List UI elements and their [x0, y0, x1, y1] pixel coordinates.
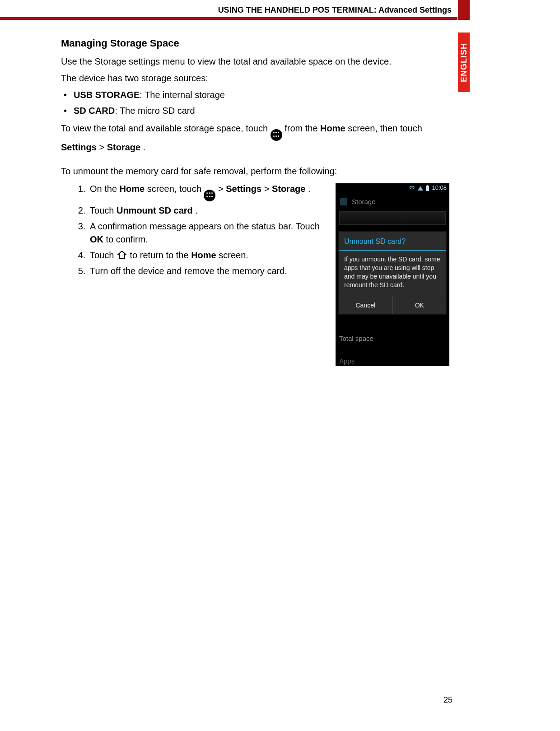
text: A confirmation message appears on the st…	[90, 221, 320, 231]
section-heading: Managing Storage Space	[61, 36, 449, 51]
step-2: Touch Unmount SD card .	[88, 204, 325, 217]
text: .	[195, 205, 198, 215]
battery-icon	[426, 186, 429, 191]
screenshot-header: Storage	[336, 193, 449, 211]
statusbar: 10:08	[336, 183, 449, 193]
text-bold: Storage	[107, 142, 140, 152]
text-bold: Home	[320, 123, 345, 133]
unmount-steps-list: On the Home screen, touch > Settings > S…	[61, 182, 325, 280]
unmount-dialog: Unmount SD card? If you unmount the SD c…	[338, 231, 447, 315]
text-bold: Settings	[226, 184, 261, 194]
text: to confirm.	[106, 234, 148, 244]
apps-icon	[204, 190, 215, 201]
view-storage-para: To view the total and available storage …	[61, 122, 449, 154]
page-header-title: USING THE HANDHELD POS TERMINAL: Advance…	[0, 5, 455, 15]
list-item-bold: SD CARD	[74, 106, 115, 116]
total-space-sub	[339, 345, 446, 352]
text: Touch	[90, 250, 117, 260]
text: screen, then touch	[348, 123, 422, 133]
text: .	[143, 142, 146, 152]
text: to return to the	[130, 250, 191, 260]
text: Touch	[90, 205, 117, 215]
text: >	[264, 184, 272, 194]
step-3: A confirmation message appears on the st…	[88, 220, 325, 246]
statusbar-time: 10:08	[432, 184, 447, 192]
list-item-rest: : The micro SD card	[115, 106, 195, 116]
storage-sources-list: USB STORAGE: The internal storage SD CAR…	[61, 88, 449, 117]
text-bold: OK	[90, 234, 103, 244]
ok-button[interactable]: OK	[392, 296, 447, 314]
total-space-label: Total space	[339, 334, 446, 344]
signal-icon	[418, 186, 423, 191]
step-4: Touch to return to the Home screen.	[88, 249, 325, 262]
screenshot-header-title: Storage	[352, 197, 376, 207]
unmount-intro-para: To unmount the memory card for safe remo…	[61, 165, 449, 178]
step-1: On the Home screen, touch > Settings > S…	[88, 182, 325, 201]
cancel-button[interactable]: Cancel	[339, 296, 392, 314]
list-item: USB STORAGE: The internal storage	[61, 88, 449, 102]
intro-line-2: The device has two storage sources:	[61, 72, 449, 85]
device-screenshot: 10:08 Storage Unmount SD card? If you un…	[336, 183, 449, 366]
dialog-message: If you unmount the SD card, some apps th…	[339, 251, 446, 296]
header-rule	[0, 17, 457, 20]
text: On the	[90, 184, 120, 194]
dialog-title: Unmount SD card?	[339, 232, 446, 251]
list-item: SD CARD: The micro SD card	[61, 104, 449, 117]
text-bold: Settings	[61, 142, 97, 152]
header-corner-accent	[458, 0, 470, 20]
text: >	[99, 142, 107, 152]
text-bold: Home	[120, 184, 145, 194]
page-number: 25	[443, 695, 453, 705]
language-tab-label: ENGLISH	[459, 42, 469, 82]
screenshot-bar	[339, 211, 446, 225]
text: from the	[285, 123, 320, 133]
text: screen, touch	[147, 184, 204, 194]
step-5: Turn off the device and remove the memor…	[88, 265, 325, 278]
language-tab: ENGLISH	[458, 33, 470, 92]
apps-icon	[271, 129, 282, 141]
text: screen.	[219, 250, 248, 260]
wifi-icon	[409, 186, 415, 191]
text: >	[218, 184, 226, 194]
text: To view the total and available storage …	[61, 123, 271, 133]
home-icon	[117, 250, 127, 259]
list-item-bold: USB STORAGE	[74, 90, 140, 100]
text-bold: Unmount SD card	[117, 205, 193, 215]
text: .	[308, 184, 311, 194]
apps-label: Apps	[339, 356, 446, 366]
text-bold: Storage	[272, 184, 305, 194]
storage-icon	[340, 198, 347, 205]
text-bold: Home	[191, 250, 216, 260]
list-item-rest: : The internal storage	[140, 90, 225, 100]
intro-line-1: Use the Storage settings menu to view th…	[61, 55, 449, 68]
